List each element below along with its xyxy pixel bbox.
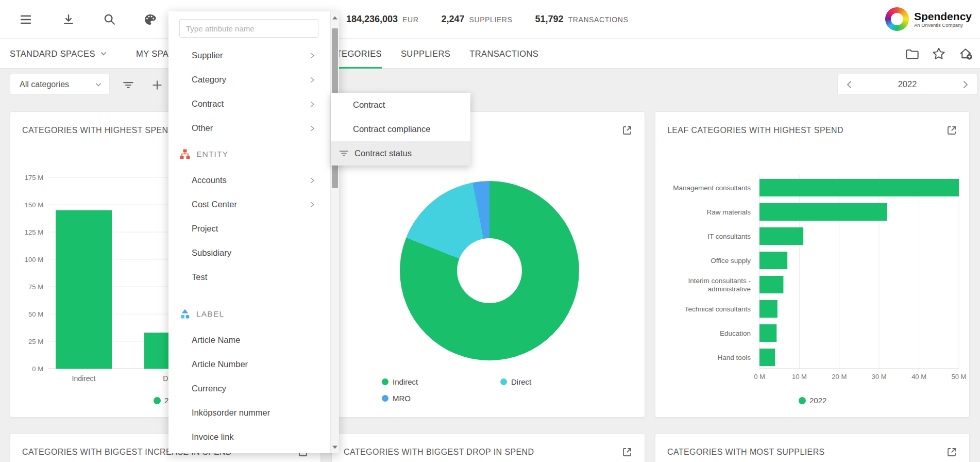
category-selector[interactable]: All categories	[10, 74, 110, 95]
legend-dot	[382, 395, 388, 402]
y-tick-label: 25 M	[28, 338, 43, 345]
spendency-dashboard: 184,236,003EUR2,247SUPPLIERS51,792TRANSA…	[0, 0, 980, 462]
attr-item-label: Inköpsorder nummer	[192, 408, 270, 418]
attr-item-project[interactable]: Project	[168, 217, 330, 241]
attribute-dropdown: SupplierCategoryContractOtherENTITYAccou…	[168, 11, 339, 453]
legend-dot	[382, 378, 388, 385]
attr-item-article-number[interactable]: Article Number	[168, 352, 330, 376]
submenu-item-contract[interactable]: Contract	[331, 93, 470, 117]
bar-indirect[interactable]	[56, 210, 112, 369]
bar-office-supply[interactable]	[759, 252, 787, 269]
group-header-label: ENTITY	[196, 150, 228, 159]
attribute-group-header-entity: ENTITY	[168, 140, 330, 168]
attr-item-contract[interactable]: Contract	[168, 92, 330, 116]
attr-item-cost-center[interactable]: Cost Center	[168, 192, 330, 217]
chevron-right-icon	[308, 176, 317, 185]
category-label: Management consultants	[673, 184, 751, 192]
card-biggest-drop: CATEGORIES WITH BIGGEST DROP IN SPEND	[331, 433, 645, 462]
filter-button[interactable]	[122, 79, 134, 91]
hamburger-menu-button[interactable]	[19, 12, 33, 27]
chevron-right-icon	[308, 124, 317, 133]
chevron-down-icon	[100, 50, 107, 57]
chevron-right-icon	[308, 200, 317, 209]
popout-button[interactable]	[621, 124, 633, 137]
y-tick-label: 150 M	[25, 201, 43, 209]
bar-technical-consultants[interactable]	[759, 300, 778, 318]
attr-item-label: Article Number	[192, 359, 248, 369]
bar-raw-materials[interactable]	[759, 203, 887, 221]
attr-item-test[interactable]: Test	[168, 265, 330, 289]
favorite-button[interactable]	[932, 46, 946, 61]
x-tick-label: 50 M	[952, 373, 967, 381]
bar-it-consultants[interactable]	[759, 227, 803, 245]
category-label: Hand tools	[717, 354, 751, 361]
attr-item-accounts[interactable]: Accounts	[168, 168, 330, 192]
bar-interim-consultants-administrative[interactable]	[759, 276, 783, 293]
legend-item-indirect[interactable]: Indirect	[382, 377, 418, 386]
attr-item-supplier[interactable]: Supplier	[168, 43, 330, 68]
year-value: 2022	[838, 74, 977, 94]
stat-transactions: 51,792TRANSACTIONS	[535, 14, 629, 25]
attr-item-currency[interactable]: Currency	[168, 376, 330, 401]
add-to-home-button[interactable]	[958, 46, 973, 61]
stat-value: 184,236,003	[346, 14, 398, 25]
tab-bar: STANDARD SPACES MY SPACES CATEGORIES SUP…	[0, 39, 980, 69]
attr-item-invoice-link[interactable]: Invoice link	[168, 425, 330, 449]
chevron-right-icon	[959, 79, 971, 90]
palette-button[interactable]	[143, 12, 157, 27]
attr-item-label: Invoice link	[192, 432, 234, 442]
tab-transactions[interactable]: TRANSACTIONS	[469, 39, 538, 69]
folder-button[interactable]	[905, 46, 919, 61]
attr-item-ink-psorder-nummer[interactable]: Inköpsorder nummer	[168, 401, 330, 425]
attr-item-other[interactable]: Other	[168, 116, 330, 140]
add-widget-button[interactable]	[151, 79, 163, 91]
submenu-item-contract-status[interactable]: Contract status	[331, 141, 470, 166]
card-most-suppliers: CATEGORIES WITH MOST SUPPLIERS	[655, 433, 970, 462]
dropdown-scrollbar[interactable]	[330, 11, 339, 453]
attr-item-subsidiary[interactable]: Subsidiary	[168, 241, 330, 265]
chevron-right-icon	[308, 100, 317, 109]
legend-item-direct[interactable]: Direct	[500, 377, 531, 386]
legend-label: Direct	[511, 377, 531, 386]
palette-icon	[143, 12, 157, 27]
x-tick-label: 20 M	[832, 373, 847, 381]
top-bar: 184,236,003EUR2,247SUPPLIERS51,792TRANSA…	[0, 0, 980, 39]
attr-item-category[interactable]: Category	[168, 68, 330, 92]
attr-item-article-name[interactable]: Article Name	[168, 328, 330, 352]
group-header-label: LABEL	[196, 309, 224, 319]
bar-education[interactable]	[759, 324, 776, 342]
legend-item-mro[interactable]: MRO	[382, 394, 411, 403]
download-button[interactable]	[61, 12, 76, 27]
submenu-item-label: Contract compliance	[353, 124, 430, 134]
category-label: Education	[720, 329, 751, 337]
popout-icon	[621, 446, 633, 458]
legend-dot	[154, 397, 161, 404]
category-label: Interim consultants -administrative	[688, 277, 751, 293]
popout-button[interactable]	[621, 446, 633, 458]
card-leaf-categories-highest-spend: LEAF CATEGORIES WITH HIGHEST SPEND 0 M10…	[655, 111, 970, 418]
tab-suppliers[interactable]: SUPPLIERS	[401, 39, 450, 69]
y-tick-label: 100 M	[25, 256, 43, 263]
popout-button[interactable]	[945, 446, 958, 458]
card-title: CATEGORIES WITH MOST SUPPLIERS	[667, 448, 825, 457]
attr-item-label: Article Name	[192, 335, 240, 345]
attr-item-label: Category	[192, 75, 226, 85]
legend-label: MRO	[393, 394, 411, 403]
next-year-button[interactable]	[959, 79, 971, 90]
category-label: Office supply	[711, 257, 751, 265]
bar-management-consultants[interactable]	[759, 179, 959, 196]
stat-value: 2,247	[441, 14, 464, 25]
bar-hand-tools[interactable]	[759, 349, 775, 366]
scroll-up-button[interactable]	[331, 11, 339, 24]
scroll-down-button[interactable]	[331, 441, 339, 453]
donut-chart[interactable]	[400, 181, 579, 360]
tab-standard-spaces[interactable]: STANDARD SPACES	[10, 39, 107, 69]
filter-bar: All categories 2022	[0, 69, 980, 100]
attr-item-label: Contract	[192, 99, 224, 109]
attribute-search-input[interactable]	[179, 19, 318, 38]
attribute-list: SupplierCategoryContractOtherENTITYAccou…	[168, 11, 330, 453]
tab-label: STANDARD SPACES	[10, 49, 95, 59]
download-icon	[61, 12, 76, 27]
search-button[interactable]	[103, 12, 117, 27]
submenu-item-contract-compliance[interactable]: Contract compliance	[331, 117, 470, 141]
